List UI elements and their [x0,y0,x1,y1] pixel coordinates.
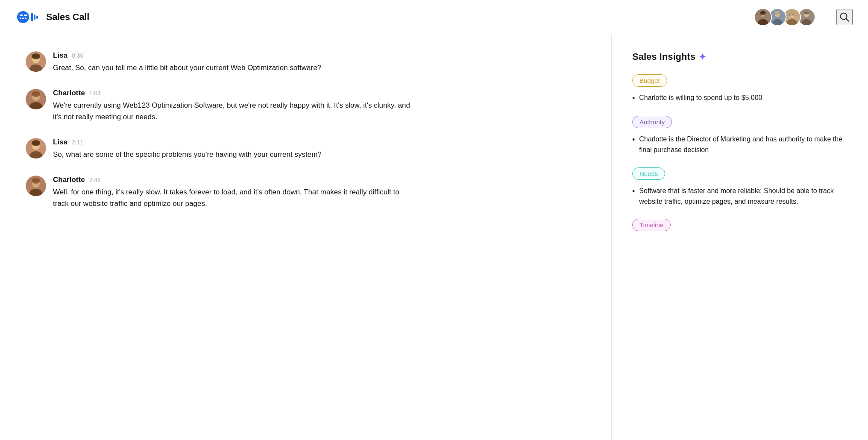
msg-text-2: We're currently using Web123 Optimizatio… [53,100,412,123]
svg-point-51 [32,178,40,182]
avatar-1 [754,8,772,26]
message-content-1: Lisa 0:36 Great. So, can you tell me a l… [53,51,586,73]
msg-time-4: 2:46 [89,176,101,183]
badge-budget: Budget [632,74,667,87]
badge-needs: Needs [632,167,665,180]
svg-rect-6 [31,13,33,21]
badge-authority: Authority [632,116,672,128]
msg-header-1: Lisa 0:36 [53,51,586,60]
header-left: Sales Call [15,9,89,25]
header: Sales Call [0,0,868,34]
svg-rect-1 [20,15,23,16]
svg-point-46 [32,141,40,145]
message-content-4: Charlotte 2:46 Well, for one thing, it's… [53,176,586,209]
header-divider [826,10,826,24]
svg-rect-2 [24,15,27,16]
svg-point-36 [32,54,40,58]
insight-text-authority-1: Charlotte is the Director of Marketing a… [639,134,847,155]
insight-section-budget: Budget • Charlotte is willing to spend u… [632,74,847,104]
svg-rect-5 [25,18,26,19]
insight-item-authority-1: • Charlotte is the Director of Marketing… [632,134,847,155]
insights-panel: Sales Insights ✦ Budget • Charlotte is w… [612,34,868,440]
main-layout: Lisa 0:36 Great. So, can you tell me a l… [0,34,868,440]
msg-text-3: So, what are some of the specific proble… [53,149,412,160]
insights-title-text: Sales Insights [632,51,695,62]
message-content-3: Lisa 2:11 So, what are some of the speci… [53,138,586,160]
svg-rect-4 [22,18,24,19]
chat-panel: Lisa 0:36 Great. So, can you tell me a l… [0,34,612,440]
msg-time-1: 0:36 [72,52,83,59]
msg-speaker-1: Lisa [53,51,67,60]
search-icon [839,12,850,23]
page-title: Sales Call [46,12,89,23]
badge-timeline: Timeline [632,219,671,231]
insight-item-budget-1: • Charlotte is willing to spend up to $5… [632,93,847,104]
bullet-needs-1: • [632,186,635,197]
otter-logo-icon [15,9,39,25]
msg-text-1: Great. So, can you tell me a little bit … [53,62,412,73]
svg-point-41 [32,91,40,96]
svg-point-0 [17,11,29,23]
insight-section-timeline: Timeline [632,219,847,237]
avatar-charlotte-1 [26,89,46,109]
svg-line-31 [846,18,849,21]
message-content-2: Charlotte 1:04 We're currently using Web… [53,89,586,123]
message-group: Lisa 0:36 Great. So, can you tell me a l… [26,51,586,73]
msg-header-3: Lisa 2:11 [53,138,586,147]
msg-text-4: Well, for one thing, it's really slow. I… [53,187,412,209]
msg-speaker-3: Lisa [53,138,67,147]
participant-avatars [754,8,815,26]
avatar-lisa-1 [26,51,46,72]
msg-time-3: 2:11 [72,139,83,146]
msg-speaker-2: Charlotte [53,89,85,97]
search-button[interactable] [836,9,853,25]
svg-rect-7 [34,15,35,20]
logo [15,9,39,25]
svg-rect-3 [20,18,21,19]
svg-point-22 [789,11,795,14]
msg-header-2: Charlotte 1:04 [53,89,586,97]
message-group-2: Charlotte 1:04 We're currently using Web… [26,89,586,123]
message-group-3: Lisa 2:11 So, what are some of the speci… [26,138,586,160]
bullet-budget-1: • [632,93,635,104]
svg-rect-8 [36,16,38,19]
msg-time-2: 1:04 [89,90,101,97]
header-right [754,8,853,26]
avatar-charlotte-2 [26,176,46,196]
svg-point-29 [804,11,809,14]
avatar-lisa-2 [26,138,46,158]
svg-point-18 [775,11,780,15]
insight-text-needs-1: Software that is faster and more reliabl… [639,186,847,207]
sparkle-icon: ✦ [699,52,706,62]
msg-header-4: Charlotte 2:46 [53,176,586,184]
message-group-4: Charlotte 2:46 Well, for one thing, it's… [26,176,586,209]
insight-text-budget-1: Charlotte is willing to spend up to $5,0… [639,93,762,103]
svg-point-13 [760,11,766,15]
insight-item-needs-1: • Software that is faster and more relia… [632,186,847,207]
insight-section-authority: Authority • Charlotte is the Director of… [632,116,847,155]
bullet-authority-1: • [632,135,635,145]
insights-title: Sales Insights ✦ [632,51,847,62]
insight-section-needs: Needs • Software that is faster and more… [632,167,847,207]
msg-speaker-4: Charlotte [53,176,85,184]
